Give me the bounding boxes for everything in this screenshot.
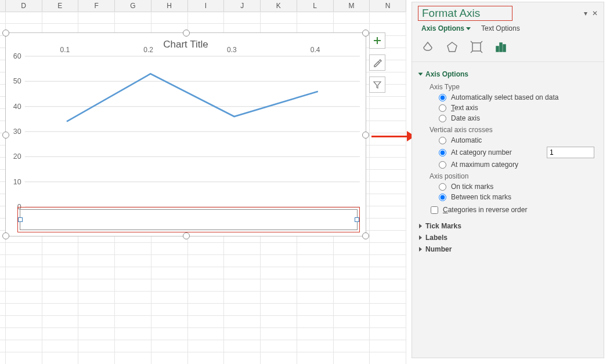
column-header[interactable]: L [297,0,334,12]
svg-rect-17 [500,43,502,52]
expand-icon [419,235,422,240]
resize-handle[interactable] [362,30,369,37]
chart-elements-button[interactable] [369,32,385,49]
tab-axis-options[interactable]: Axis Options [421,24,471,32]
brush-icon [373,58,382,67]
resize-handle[interactable] [2,30,9,37]
section-number[interactable]: Number [419,245,594,253]
vertical-crosses-label: Vertical axis crosses [429,126,594,134]
close-icon[interactable]: ✕ [592,9,598,17]
axis-position-label: Axis position [429,172,594,180]
svg-rect-18 [503,45,506,52]
pane-title-highlight: Format Axis [418,6,512,21]
svg-text:0: 0 [17,203,21,211]
expand-icon [418,73,423,76]
expand-icon [419,224,422,228]
x-tick-label: 0.1 [23,46,107,54]
radio-axis-type-text[interactable]: Text axis [439,104,594,112]
radio-axis-type-auto[interactable]: Automatically select based on data [439,93,594,101]
svg-text:50: 50 [13,77,21,85]
resize-handle[interactable] [183,232,190,239]
column-header[interactable]: N [370,0,406,12]
svg-text:10: 10 [13,178,21,186]
plus-icon [373,36,382,45]
svg-text:20: 20 [13,152,21,161]
column-header[interactable]: E [42,0,79,12]
expand-icon [419,247,422,252]
x-tick-label: 0.4 [273,46,357,54]
chevron-down-icon [466,27,471,30]
column-header[interactable]: F [78,0,115,12]
fill-line-icon[interactable] [421,41,434,53]
effects-icon[interactable] [446,41,459,53]
data-series[interactable] [67,74,318,121]
size-properties-icon[interactable] [470,41,483,53]
section-tick-marks[interactable]: Tick Marks [419,222,594,230]
y-axis-labels: 0102030405060 [13,52,21,211]
column-header[interactable]: M [334,0,370,12]
column-header[interactable]: K [261,0,297,12]
svg-text:60: 60 [13,52,21,60]
x-tick-label: 0.3 [190,46,274,54]
pane-options-dropdown-icon[interactable]: ▾ [584,9,587,17]
resize-handle[interactable] [362,132,369,139]
radio-crosses-at[interactable]: At category number [439,147,594,158]
column-header[interactable]: J [224,0,261,12]
chart-styles-button[interactable] [369,54,385,71]
radio-crosses-auto[interactable]: Automatic [439,136,594,144]
radio-pos-between-tick[interactable]: Between tick marks [439,193,594,201]
svg-rect-16 [496,46,499,52]
axis-options-icon[interactable] [495,41,507,53]
format-axis-pane: Format Axis ▾ ✕ Axis Options Text Option… [412,2,604,358]
x-tick-label: 0.2 [107,46,190,54]
radio-pos-on-tick[interactable]: On tick marks [439,183,594,191]
annotation-arrow [371,131,415,141]
plot-area[interactable]: 0102030405060 [12,56,360,207]
section-axis-options[interactable]: Axis Options [419,70,594,78]
chart-filters-button[interactable] [369,77,385,93]
radio-axis-type-date[interactable]: Date axis [439,114,594,122]
funnel-icon [373,80,382,89]
svg-text:40: 40 [13,103,21,111]
section-labels[interactable]: Labels [419,234,594,242]
tab-text-options[interactable]: Text Options [481,24,520,32]
chart-object[interactable]: Chart Title 0102030405060 0.10.20.30.4 [5,32,366,236]
resize-handle[interactable] [2,132,9,139]
svg-rect-15 [472,43,481,51]
x-axis-selection[interactable] [17,207,360,232]
resize-handle[interactable] [183,30,190,37]
column-header[interactable]: G [115,0,151,12]
column-header[interactable]: H [151,0,188,12]
axis-type-label: Axis Type [429,83,594,91]
radio-crosses-max[interactable]: At maximum category [439,161,594,169]
svg-text:30: 30 [13,128,21,136]
column-header[interactable]: I [188,0,225,12]
pane-title: Format Axis [422,7,480,19]
x-axis-labels: 0.10.20.30.4 [23,46,357,54]
column-header[interactable]: D [6,0,42,12]
resize-handle[interactable] [362,232,369,239]
crosses-at-input[interactable] [547,147,594,158]
column-headers: DEFGHIJKLMN [0,0,406,12]
gridlines [25,56,360,207]
svg-marker-14 [447,42,457,52]
checkbox-reverse-order[interactable]: Categories in reverse order [431,206,594,214]
resize-handle[interactable] [2,232,9,239]
